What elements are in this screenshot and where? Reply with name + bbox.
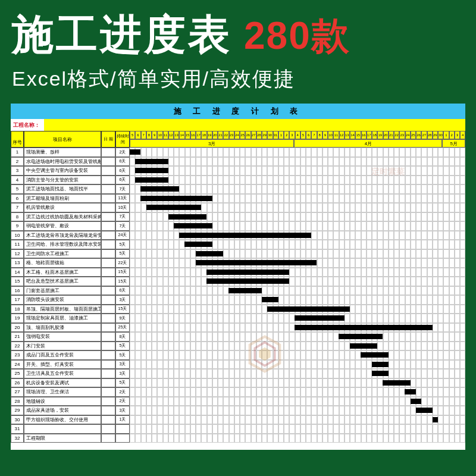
header-row: 序号 项目名称 日 期 持续时间 56789101112131415161718… bbox=[11, 131, 465, 148]
day-cell: 2 bbox=[284, 131, 289, 139]
table-row: 1现场测量、放样2天 bbox=[11, 148, 465, 157]
seq-cell: 12 bbox=[11, 249, 24, 259]
name-cell: 泥工砌墙及墙面粉刷 bbox=[24, 194, 101, 203]
seq-cell: 14 bbox=[11, 268, 24, 277]
name-cell: 消防主管与分支管的安装 bbox=[24, 176, 101, 185]
day-cell: 1 bbox=[443, 131, 449, 139]
table-row: 15吧台及造型技术基层施工15天 bbox=[11, 277, 465, 286]
gantt-area bbox=[130, 314, 465, 323]
seq-cell: 6 bbox=[11, 194, 24, 203]
name-cell: 卫生间给、排水管理数设及降水安装 bbox=[24, 240, 101, 249]
seq-cell: 32 bbox=[11, 434, 24, 443]
gantt-bar bbox=[361, 352, 388, 358]
spacer-cell bbox=[101, 249, 115, 259]
gantt-bar bbox=[339, 334, 383, 339]
day-cell: 6 bbox=[135, 131, 140, 139]
name-cell: 格、地砖面层镶贴 bbox=[24, 258, 101, 268]
gantt-area bbox=[130, 360, 465, 369]
spacer-cell bbox=[101, 360, 115, 369]
seq-cell: 26 bbox=[11, 378, 24, 388]
gantt-bar bbox=[405, 389, 415, 394]
svg-marker-2 bbox=[259, 347, 271, 361]
timeline-header: 5678910111213141516171819202122232425262… bbox=[130, 131, 465, 148]
gantt-area bbox=[130, 378, 465, 388]
spacer-cell bbox=[101, 148, 115, 157]
gantt-area bbox=[130, 424, 465, 434]
dur-cell: 5天 bbox=[115, 350, 130, 360]
banner: 施工进度表 280款 Excel格式/简单实用/高效便捷 bbox=[0, 0, 476, 99]
seq-cell: 20 bbox=[11, 323, 24, 333]
project-value bbox=[44, 119, 465, 131]
gantt-bar bbox=[174, 223, 212, 228]
seq-cell: 19 bbox=[11, 314, 24, 323]
spacer-cell bbox=[101, 176, 115, 185]
gantt-area bbox=[130, 249, 465, 259]
seq-cell: 3 bbox=[11, 166, 24, 176]
dur-cell: 25天 bbox=[115, 323, 130, 333]
subtitle: Excel格式/简单实用/高效便捷 bbox=[12, 65, 464, 93]
dur-cell bbox=[115, 424, 130, 434]
name-cell: 机房管线敷设 bbox=[24, 203, 101, 212]
gantt-bar bbox=[135, 177, 168, 183]
table-row: 30甲方组织现场验收、交付使用1天 bbox=[11, 415, 465, 425]
day-cell: 9 bbox=[152, 131, 157, 139]
table-row: 2水电进场临时用电租赁安装及管线敷设套管6天 bbox=[11, 157, 465, 167]
gantt-area bbox=[130, 305, 465, 314]
table-row: 12卫生间防水工程施工5天 bbox=[11, 249, 465, 259]
table-row: 32工程期限 bbox=[11, 434, 465, 443]
gantt-area bbox=[130, 406, 465, 415]
table-row: 16门窗套基层施工6天 bbox=[11, 286, 465, 296]
day-cell: 19 bbox=[377, 131, 383, 139]
gantt-area bbox=[130, 157, 465, 167]
spacer-cell bbox=[101, 268, 115, 277]
dur-cell bbox=[115, 434, 130, 443]
dur-cell: 22天 bbox=[115, 258, 130, 268]
day-cell: 25 bbox=[240, 131, 245, 139]
seq-cell: 21 bbox=[11, 332, 24, 342]
data-rows: 1现场测量、放样2天2水电进场临时用电租赁安装及管线敷设套管6天3中央空调主管与… bbox=[11, 148, 465, 443]
day-cell: 8 bbox=[146, 131, 152, 139]
month-cell: 4月 bbox=[294, 139, 442, 148]
seq-cell: 8 bbox=[11, 212, 24, 222]
day-cell: 28 bbox=[427, 131, 433, 139]
name-cell bbox=[24, 424, 101, 434]
name-cell: 现场定制家具面层、油漆施工 bbox=[24, 314, 101, 323]
dur-cell: 3天 bbox=[115, 406, 130, 415]
name-cell: 现场清理、卫生保洁 bbox=[24, 387, 101, 397]
seq-cell: 2 bbox=[11, 157, 24, 167]
day-cell: 26 bbox=[416, 131, 421, 139]
gantt-area bbox=[130, 369, 465, 378]
seq-cell: 29 bbox=[11, 406, 24, 415]
name-cell: 成品门面及五金件安装 bbox=[24, 350, 101, 360]
seq-cell: 1 bbox=[11, 148, 24, 157]
table-row: 24开关、插型、灯具安装3天 bbox=[11, 360, 465, 369]
day-cell: 12 bbox=[168, 131, 174, 139]
dur-cell: 5天 bbox=[115, 249, 130, 259]
spacer-cell bbox=[101, 221, 115, 231]
gantt-bar bbox=[146, 205, 201, 210]
day-cell: 7 bbox=[141, 131, 146, 139]
day-cell: 21 bbox=[389, 131, 394, 139]
dur-cell: 7天 bbox=[115, 221, 130, 231]
dur-cell: 7天 bbox=[115, 212, 130, 222]
day-cell: 8 bbox=[317, 131, 322, 139]
gantt-bar bbox=[372, 362, 389, 367]
dur-cell: 3天 bbox=[115, 295, 130, 305]
gantt-bar bbox=[372, 371, 389, 376]
spacer-cell bbox=[101, 350, 115, 360]
seq-cell: 11 bbox=[11, 240, 24, 249]
name-cell: 吊顶、隔墙面层封板、墙面面层施工 bbox=[24, 305, 101, 314]
gantt-area bbox=[130, 194, 465, 203]
spacer-cell bbox=[101, 332, 115, 342]
col-seq: 序号 bbox=[11, 131, 24, 148]
name-cell: 门窗套基层施工 bbox=[24, 286, 101, 296]
gantt-area bbox=[130, 434, 465, 443]
table-row: 13格、地砖面层镶贴22天 bbox=[11, 258, 465, 268]
gantt-bar bbox=[206, 270, 289, 275]
seq-cell: 23 bbox=[11, 350, 24, 360]
day-cell: 7 bbox=[311, 131, 317, 139]
seq-cell: 10 bbox=[11, 231, 24, 240]
gantt-area bbox=[130, 342, 465, 351]
gantt-bar bbox=[168, 214, 207, 220]
name-cell: 卫生间防水工程施工 bbox=[24, 249, 101, 259]
